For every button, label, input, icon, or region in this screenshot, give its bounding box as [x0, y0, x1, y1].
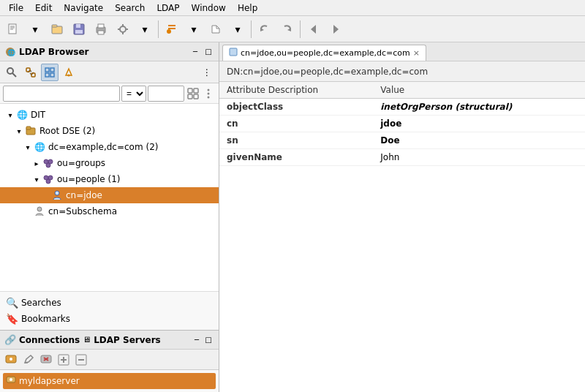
connection-myldap[interactable]: myldapserver — [3, 373, 216, 389]
nav-back[interactable] — [303, 19, 324, 39]
bottom-entries: 🔍 Searches 🔖 Bookmarks — [0, 291, 219, 330]
menu-help[interactable]: Help — [232, 1, 263, 15]
menu-file[interactable]: File — [3, 1, 29, 15]
new-connection-btn[interactable] — [3, 352, 19, 368]
filter-left-input[interactable] — [3, 86, 120, 102]
conn-maximize-btn[interactable]: □ — [203, 334, 214, 346]
search-tree-btn[interactable] — [3, 64, 20, 81]
ldap-browser-icon: 🌐 — [4, 46, 16, 58]
new-dropdown[interactable]: ▾ — [25, 19, 45, 39]
filter-operator[interactable]: = — [121, 86, 146, 102]
minimize-btn[interactable]: ─ — [189, 46, 201, 58]
tab-close-btn[interactable]: × — [413, 48, 420, 58]
menu-search[interactable]: Search — [109, 1, 151, 15]
bookmarks-icon: 🔖 — [6, 313, 18, 325]
filter-right-input[interactable] — [148, 86, 184, 102]
svg-marker-21 — [333, 25, 339, 34]
svg-point-47 — [46, 179, 50, 184]
ldap-servers-label: LDAP Servers — [94, 335, 161, 345]
table-row[interactable]: cnjdoe — [219, 116, 585, 132]
dit-label: DIT — [31, 110, 45, 120]
ldap-browser-header: 🌐 LDAP Browser ─ □ — [0, 42, 219, 61]
link-btn[interactable] — [22, 64, 39, 81]
maximize-btn[interactable]: □ — [203, 46, 214, 58]
attribute-table: Attribute Description Value objectClassi… — [219, 82, 585, 392]
menu-edit[interactable]: Edit — [29, 1, 58, 15]
filter-bar: = — [0, 83, 219, 104]
searches-item[interactable]: 🔍 Searches — [0, 295, 219, 311]
add-ldap-server-btn[interactable] — [56, 352, 72, 368]
svg-rect-8 — [75, 30, 83, 34]
attr-value-cell: John — [373, 149, 585, 166]
undo-button[interactable] — [254, 19, 275, 39]
edit-connection-btn[interactable] — [20, 352, 37, 368]
svg-marker-20 — [311, 25, 316, 34]
new-button[interactable] — [3, 19, 23, 39]
entry-tab[interactable]: cn=jdoe,ou=people,dc=example,dc=com × — [222, 45, 426, 61]
filter-tree-btn[interactable] — [186, 85, 200, 102]
remove-ldap-server-btn[interactable] — [73, 352, 89, 368]
menu-navigate[interactable]: Navigate — [58, 1, 109, 15]
nav-forward[interactable] — [325, 19, 346, 39]
preferences-dropdown[interactable]: ▾ — [135, 19, 155, 39]
tree-item-dit[interactable]: ▾ 🌐 DIT — [0, 107, 219, 123]
more-options-btn[interactable]: ⋮ — [198, 64, 216, 81]
tree-item-ou-groups[interactable]: ▸ ou=groups — [0, 155, 219, 171]
bookmarks-label: Bookmarks — [21, 314, 70, 324]
toggle-dit[interactable]: ▾ — [6, 110, 15, 119]
table-row[interactable]: snDoe — [219, 132, 585, 149]
toggle-ou-people[interactable]: ▾ — [32, 175, 41, 184]
toggle-dc-example[interactable]: ▾ — [23, 143, 32, 151]
toggle-ou-groups[interactable]: ▸ — [32, 159, 41, 167]
tree-item-dc-example[interactable]: ▾ 🌐 dc=example,dc=com (2) — [0, 139, 219, 155]
grid-btn[interactable] — [41, 64, 58, 81]
toolbar-btn-8[interactable] — [205, 19, 226, 39]
connections-toolbar — [0, 350, 219, 370]
menu-ldap[interactable]: LDAP — [151, 1, 185, 15]
conn-minimize-btn[interactable]: ─ — [191, 334, 203, 346]
delete-connection-btn[interactable] — [38, 352, 54, 368]
cn-jdoe-icon — [51, 189, 63, 201]
svg-rect-28 — [45, 68, 49, 72]
connections-title: Connections — [19, 335, 80, 345]
svg-text:🌐: 🌐 — [7, 48, 16, 57]
svg-point-51 — [10, 358, 12, 361]
toggle-cn-subschema — [23, 207, 32, 216]
table-row[interactable]: objectClassinetOrgPerson (structural) — [219, 99, 585, 116]
toolbar-btn-6[interactable] — [162, 19, 182, 39]
tree-item-cn-subschema[interactable]: cn=Subschema — [0, 203, 219, 219]
svg-rect-36 — [194, 94, 198, 99]
connections-list: myldapserver — [0, 370, 219, 392]
tree-item-ou-people[interactable]: ▾ ou=people (1) — [0, 171, 219, 187]
save-button[interactable] — [69, 19, 89, 39]
toolbar-btn-7[interactable]: ▾ — [184, 19, 204, 39]
tree-item-cn-jdoe[interactable]: cn=jdoe — [0, 187, 219, 203]
filter-options-btn[interactable] — [202, 85, 216, 102]
menu-window[interactable]: Window — [186, 1, 232, 15]
toggle-rootdse[interactable]: ▾ — [15, 127, 23, 135]
rootdse-label: Root DSE (2) — [39, 126, 95, 136]
dn-bar: DN: cn=jdoe,ou=people,dc=example,dc=com — [219, 61, 585, 82]
svg-point-48 — [55, 191, 59, 195]
cn-subschema-label: cn=Subschema — [48, 206, 117, 216]
svg-rect-7 — [76, 24, 80, 28]
redo-button[interactable] — [276, 19, 297, 39]
svg-rect-27 — [31, 73, 35, 77]
svg-rect-35 — [188, 94, 192, 99]
preferences-button[interactable] — [113, 19, 133, 39]
highlight-btn[interactable] — [60, 64, 78, 81]
cn-jdoe-label: cn=jdoe — [66, 190, 102, 200]
open-button[interactable] — [47, 19, 67, 39]
table-row[interactable]: givenNameJohn — [219, 149, 585, 166]
dn-value: cn=jdoe,ou=people,dc=example,dc=com — [243, 67, 428, 77]
bookmarks-item[interactable]: 🔖 Bookmarks — [0, 311, 219, 327]
toolbar-btn-9[interactable]: ▾ — [227, 19, 248, 39]
entry-tab-label: cn=jdoe,ou=people,dc=example,dc=com — [241, 48, 410, 58]
print-button[interactable] — [91, 19, 111, 39]
svg-point-32 — [68, 74, 70, 76]
searches-label: Searches — [21, 298, 61, 308]
svg-point-37 — [208, 88, 210, 91]
svg-point-38 — [208, 92, 210, 94]
svg-rect-11 — [98, 31, 104, 34]
tree-item-rootdse[interactable]: ▾ Root DSE (2) — [0, 123, 219, 139]
